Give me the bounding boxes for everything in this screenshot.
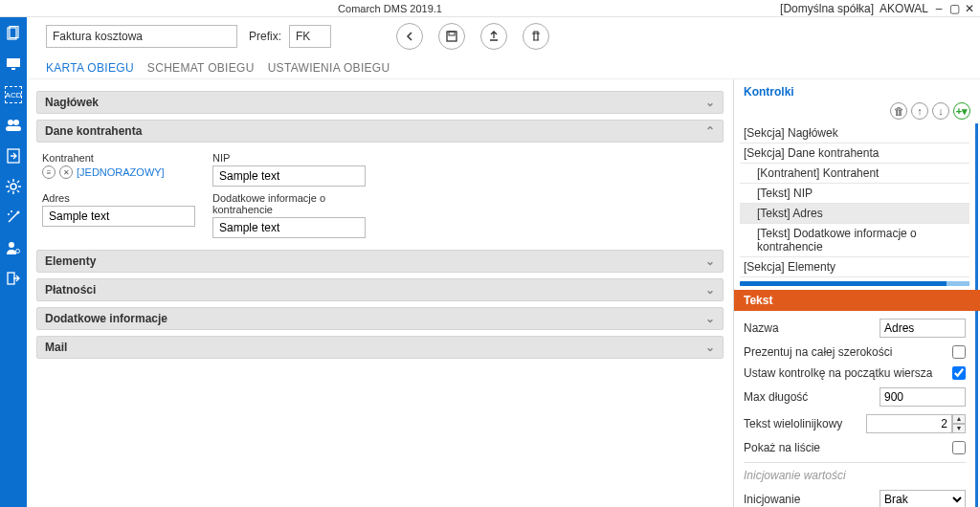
users-icon[interactable] <box>5 117 22 134</box>
svg-line-13 <box>8 181 10 183</box>
properties-body: Nazwa Prezentuj na całej szerokości Usta… <box>734 311 978 507</box>
section-label: Płatności <box>45 283 96 297</box>
nip-input[interactable] <box>212 165 366 187</box>
svg-line-14 <box>17 190 19 192</box>
svg-point-4 <box>8 120 13 125</box>
tree-progress-bar <box>740 281 969 286</box>
app-title: Comarch DMS 2019.1 <box>0 3 780 14</box>
chevron-down-icon: ⌄ <box>705 254 715 268</box>
section-label: Elementy <box>45 254 96 268</box>
section-dane-kontrahenta[interactable]: Dane kontrahenta ⌃ <box>36 120 724 143</box>
kontrahent-add-icon[interactable]: ≡ <box>42 165 56 179</box>
prop-maxdl-input[interactable] <box>880 387 966 407</box>
prop-label-pokaz: Pokaż na liście <box>744 441 952 454</box>
svg-rect-3 <box>11 68 15 70</box>
gear-icon[interactable] <box>5 178 22 195</box>
prop-ustaw-checkbox[interactable] <box>952 366 966 380</box>
svg-point-8 <box>11 184 16 189</box>
chevron-down-icon: ⌄ <box>705 312 715 325</box>
svg-rect-6 <box>6 126 21 131</box>
prop-prezentuj-checkbox[interactable] <box>952 345 966 359</box>
form-designer: Nagłówek ⌄ Dane kontrahenta ⌃ Kontrahent… <box>27 79 733 507</box>
chevron-up-icon: ⌃ <box>705 124 715 138</box>
field-label-nip: NIP <box>212 152 366 164</box>
documents-icon[interactable] <box>5 25 22 42</box>
workflow-name-input[interactable] <box>46 25 237 48</box>
wand-icon[interactable] <box>5 209 22 226</box>
title-bar: Comarch DMS 2019.1 [Domyślna spółka] AKO… <box>0 0 980 17</box>
prop-nazwa-input[interactable] <box>880 319 966 338</box>
tree-kontrahent[interactable]: [Kontrahent] Kontrahent <box>740 164 969 184</box>
section-naglowek[interactable]: Nagłówek ⌄ <box>36 91 724 114</box>
svg-line-16 <box>8 190 10 192</box>
acd-icon[interactable]: ACD <box>5 86 22 103</box>
tab-bar: KARTA OBIEGU SCHEMAT OBIEGU USTAWIENIA O… <box>27 55 980 79</box>
save-button[interactable] <box>438 23 465 50</box>
tree-sekcja-naglowek[interactable]: [Sekcja] Nagłówek <box>740 123 969 143</box>
prop-label-multiline: Tekst wielolinijkowy <box>744 417 866 430</box>
kontrolki-title: Kontrolki <box>734 79 980 100</box>
user-gear-icon[interactable] <box>5 239 22 256</box>
prop-label-nazwa: Nazwa <box>744 321 880 335</box>
maximize-icon[interactable]: ▢ <box>949 4 959 13</box>
arrow-doc-icon[interactable] <box>5 147 22 165</box>
prefix-label: Prefix: <box>249 30 281 43</box>
info-input[interactable] <box>212 217 366 238</box>
spin-up-icon[interactable]: ▲ <box>952 414 966 424</box>
controls-tree: [Sekcja] Nagłówek [Sekcja] Dane kontrahe… <box>734 123 978 290</box>
prop-multiline-spinner[interactable]: ▲▼ <box>866 414 966 433</box>
chevron-down-icon: ⌄ <box>705 341 715 354</box>
vertical-sidebar: ACD <box>0 17 27 507</box>
kontrahent-clear-icon[interactable]: ✕ <box>59 165 73 179</box>
svg-point-19 <box>8 213 10 215</box>
section-label: Dane kontrahenta <box>45 124 142 138</box>
delete-button[interactable] <box>523 23 549 50</box>
monitor-icon[interactable] <box>5 55 22 73</box>
tab-karta-obiegu[interactable]: KARTA OBIEGU <box>46 61 134 75</box>
section-label: Dodatkowe informacje <box>45 312 167 325</box>
add-control-button[interactable]: +▾ <box>953 102 970 120</box>
tree-adres[interactable]: [Tekst] Adres <box>740 204 969 224</box>
section-elementy[interactable]: Elementy ⌄ <box>36 250 724 273</box>
tab-schemat-obiegu[interactable]: SCHEMAT OBIEGU <box>147 61 255 75</box>
section-platnosci[interactable]: Płatności ⌄ <box>36 278 724 301</box>
tab-ustawienia-obiegu[interactable]: USTAWIENIA OBIEGU <box>268 61 390 75</box>
tree-sekcja-dane[interactable]: [Sekcja] Dane kontrahenta <box>740 143 969 164</box>
field-label-adres: Adres <box>42 192 195 204</box>
svg-line-15 <box>17 181 19 183</box>
minimize-icon[interactable]: – <box>934 4 944 13</box>
move-down-button[interactable]: ↓ <box>932 102 949 120</box>
move-up-button[interactable]: ↑ <box>911 102 928 120</box>
adres-input[interactable] <box>42 206 195 227</box>
section-body-dane: Kontrahent ≡ ✕ [JEDNORAZOWY] NIP Adres <box>36 143 724 244</box>
tree-nip[interactable]: [Tekst] NIP <box>740 184 969 204</box>
tree-sekcja-elementy[interactable]: [Sekcja] Elementy <box>740 257 969 277</box>
back-button[interactable] <box>396 23 423 50</box>
prop-multiline-input[interactable] <box>866 414 952 433</box>
chevron-down-icon: ⌄ <box>705 96 715 109</box>
prop-pokaz-checkbox[interactable] <box>952 441 966 454</box>
prop-label-inicjowanie: Inicjowanie <box>744 493 880 506</box>
user-name: AKOWAL <box>880 2 928 15</box>
prefix-input[interactable] <box>289 25 331 48</box>
kontrahent-link[interactable]: [JEDNORAZOWY] <box>77 166 165 178</box>
svg-rect-2 <box>7 58 20 67</box>
company-name: [Domyślna spółka] <box>780 2 874 15</box>
kontrolki-toolbar: 🗑 ↑ ↓ +▾ <box>734 100 980 123</box>
prop-inicjowanie-select[interactable]: Brak <box>880 490 966 507</box>
chevron-down-icon: ⌄ <box>705 283 715 297</box>
svg-line-17 <box>9 212 18 222</box>
section-dodatkowe-informacje[interactable]: Dodatkowe informacje ⌄ <box>36 307 724 330</box>
svg-point-20 <box>11 210 12 212</box>
spin-down-icon[interactable]: ▼ <box>952 424 966 433</box>
prop-label-ustaw: Ustaw kontrolkę na początku wiersza <box>744 366 952 380</box>
close-icon[interactable]: ✕ <box>965 4 974 13</box>
tree-dodatkowe-info[interactable]: [Tekst] Dodatkowe informacje o kontrahen… <box>740 224 969 257</box>
export-button[interactable] <box>480 23 507 50</box>
delete-control-button[interactable]: 🗑 <box>890 102 907 120</box>
field-label-kontrahent: Kontrahent <box>42 152 195 164</box>
exit-icon[interactable] <box>5 270 22 287</box>
section-mail[interactable]: Mail ⌄ <box>36 336 724 359</box>
svg-rect-23 <box>8 273 14 284</box>
kontrolki-panel: Kontrolki 🗑 ↑ ↓ +▾ [Sekcja] Nagłówek [Se… <box>733 79 980 507</box>
